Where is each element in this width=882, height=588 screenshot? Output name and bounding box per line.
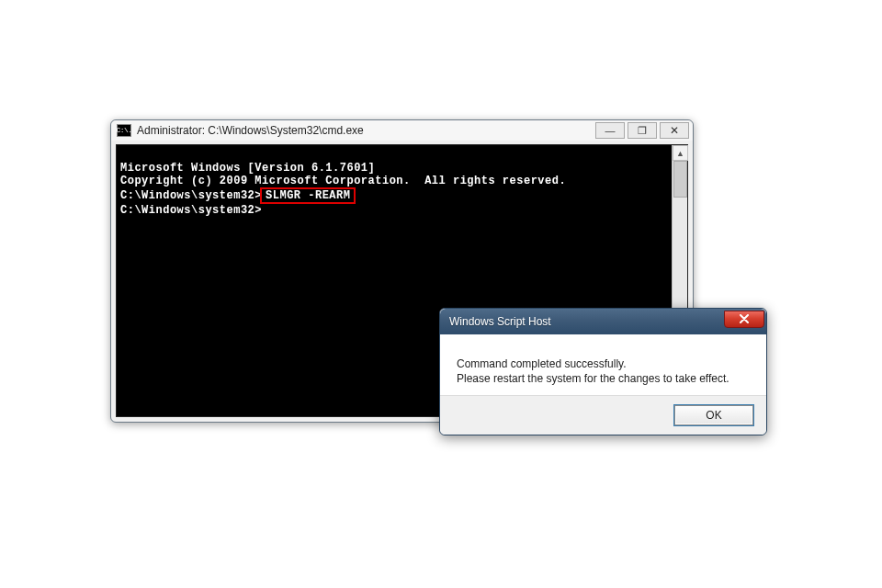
scroll-thumb[interactable] bbox=[673, 161, 687, 198]
cmd-command-text: SLMGR -REARM bbox=[266, 189, 350, 202]
close-icon bbox=[739, 314, 750, 323]
dialog-body: Command completed successfully. Please r… bbox=[440, 334, 766, 395]
minimize-icon: — bbox=[605, 125, 616, 136]
dialog-message-line-2: Please restart the system for the change… bbox=[457, 371, 750, 386]
close-button[interactable]: ✕ bbox=[660, 122, 689, 139]
minimize-button[interactable]: — bbox=[595, 122, 625, 139]
maximize-button[interactable]: ❐ bbox=[628, 122, 657, 139]
dialog-message-line-1: Command completed successfully. bbox=[457, 356, 750, 371]
dialog-titlebar[interactable]: Windows Script Host bbox=[440, 309, 766, 334]
cmd-prompt-line-1: C:\Windows\system32>SLMGR -REARM bbox=[120, 187, 684, 204]
dialog-close-button[interactable] bbox=[724, 311, 764, 328]
cmd-window-title: Administrator: C:\Windows\System32\cmd.e… bbox=[137, 124, 595, 137]
script-host-dialog: Windows Script Host Command completed su… bbox=[439, 308, 767, 435]
cmd-titlebar[interactable]: C:\. Administrator: C:\Windows\System32\… bbox=[111, 120, 693, 141]
maximize-icon: ❐ bbox=[638, 125, 647, 137]
cmd-prompt-path: C:\Windows\system32> bbox=[120, 189, 262, 202]
cmd-copyright-line: Copyright (c) 2009 Microsoft Corporation… bbox=[120, 175, 684, 187]
ok-button-label: OK bbox=[706, 409, 721, 422]
cmd-version-line: Microsoft Windows [Version 6.1.7601] bbox=[120, 162, 684, 175]
close-icon: ✕ bbox=[670, 124, 679, 137]
cmd-output: Microsoft Windows [Version 6.1.7601]Copy… bbox=[117, 145, 687, 246]
dialog-button-row: OK bbox=[440, 395, 766, 435]
scroll-up-button[interactable]: ▲ bbox=[673, 145, 688, 161]
cmd-command-highlight: SLMGR -REARM bbox=[260, 187, 356, 204]
dialog-title: Windows Script Host bbox=[449, 315, 724, 328]
ok-button[interactable]: OK bbox=[674, 405, 753, 425]
cmd-icon-text: C:\. bbox=[116, 127, 131, 134]
chevron-up-icon: ▲ bbox=[676, 149, 684, 158]
cmd-icon: C:\. bbox=[117, 124, 131, 137]
cmd-window-controls: — ❐ ✕ bbox=[595, 122, 689, 139]
cmd-prompt-line-2: C:\Windows\system32> bbox=[120, 204, 684, 217]
